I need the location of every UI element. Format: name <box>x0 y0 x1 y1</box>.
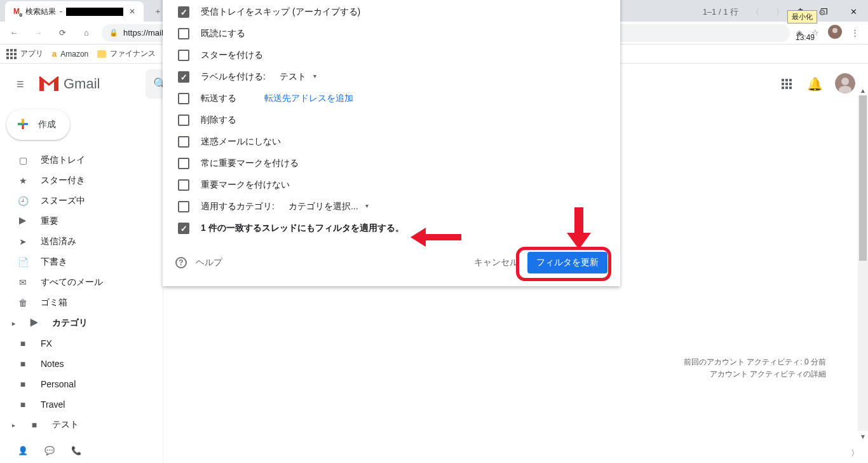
add-forward-address-link[interactable]: 転送先アドレスを追加 <box>264 93 353 104</box>
content-area: 1–1 / 1 行 〈 〉 あ ▾ ⚙ 13:49 前回のアカウント アクティビ… <box>163 0 834 463</box>
help-label[interactable]: ヘルプ <box>196 257 222 268</box>
main-menu-button[interactable]: ☰ <box>5 69 36 99</box>
filter-option-mark-read[interactable]: 既読にする <box>175 23 607 45</box>
reload-button[interactable]: ⟳ <box>53 24 71 42</box>
sidebar-label-travel[interactable]: ■Travel <box>0 394 163 415</box>
back-button[interactable]: ← <box>5 24 23 42</box>
label-icon: ■ <box>17 359 29 369</box>
all-mail-icon: ✉ <box>17 277 29 287</box>
sidebar-label-test[interactable]: ▸■テスト <box>0 415 163 435</box>
activity-line2[interactable]: アカウント アクティビティの詳細 <box>684 368 826 380</box>
sidebar-item-inbox[interactable]: ▢受信トレイ <box>0 150 163 170</box>
checkbox-icon[interactable] <box>178 179 189 191</box>
sidebar-label-notes[interactable]: ■Notes <box>0 354 163 374</box>
filter-option-star[interactable]: スターを付ける <box>175 45 607 66</box>
forward-button[interactable]: → <box>29 24 47 42</box>
checkbox-icon[interactable] <box>178 93 189 104</box>
filter-option-skip-inbox[interactable]: 受信トレイをスキップ (アーカイブする) <box>175 1 607 23</box>
scroll-up-icon[interactable]: ▲ <box>858 85 868 95</box>
inbox-icon: ▢ <box>17 155 29 165</box>
sidebar-item-starred[interactable]: ★スター付き <box>0 170 163 191</box>
close-window-button[interactable]: ✕ <box>839 1 868 22</box>
compose-label: 作成 <box>38 119 56 130</box>
sidebar-item-important[interactable]: ⯈重要 <box>0 211 163 232</box>
checkbox-icon[interactable] <box>178 158 189 169</box>
checkbox-checked-icon[interactable] <box>178 223 189 234</box>
compose-plus-icon <box>15 116 31 134</box>
filter-option-categorize[interactable]: 適用するカテゴリ:カテゴリを選択... <box>175 196 607 218</box>
hangouts-call-icon[interactable]: 📞 <box>70 446 83 455</box>
hangouts-chat-icon[interactable]: 💬 <box>43 446 56 455</box>
filter-option-apply-label[interactable]: ラベルを付ける:テスト <box>175 66 607 88</box>
clock-icon: 🕘 <box>17 196 29 206</box>
annotation-arrow-down <box>569 207 588 249</box>
main-layout: 作成 ▢受信トレイ ★スター付き 🕘スヌーズ中 ⯈重要 ➤送信済み 📄下書き ✉… <box>0 104 868 463</box>
svg-point-4 <box>839 86 851 93</box>
sidebar-item-categories[interactable]: ▸⯈カテゴリ <box>0 313 163 333</box>
checkbox-icon[interactable] <box>178 50 189 61</box>
sidebar-item-drafts[interactable]: 📄下書き <box>0 252 163 272</box>
bookmark-folder-finance[interactable]: ファイナンス <box>97 48 156 59</box>
sidepanel-collapse-icon[interactable]: 〉 <box>851 448 859 459</box>
amazon-icon: a <box>52 49 57 59</box>
scroll-down-icon[interactable]: ▼ <box>858 431 868 441</box>
label-icon: ■ <box>17 379 29 389</box>
category-icon: ⯈ <box>28 318 41 328</box>
apps-label: アプリ <box>20 48 43 59</box>
checkbox-icon[interactable] <box>178 201 189 212</box>
pager-count: 1–1 / 1 行 <box>703 6 738 18</box>
scrollbar[interactable]: ▲ ▼ <box>858 95 868 431</box>
filter-option-forward[interactable]: 転送する 転送先アドレスを追加 <box>175 88 607 109</box>
gmail-logo[interactable]: Gmail <box>38 76 100 92</box>
label-icon: ■ <box>17 338 29 349</box>
label-select-dropdown[interactable]: テスト <box>280 71 316 83</box>
checkbox-checked-icon[interactable] <box>178 6 189 18</box>
apps-shortcut[interactable]: アプリ <box>6 48 43 59</box>
help-icon[interactable]: ? <box>175 257 187 268</box>
annotation-highlight-ring <box>516 247 611 281</box>
left-sidebar: 作成 ▢受信トレイ ★スター付き 🕘スヌーズ中 ⯈重要 ➤送信済み 📄下書き ✉… <box>0 104 163 463</box>
filter-option-never-spam[interactable]: 迷惑メールにしない <box>175 131 607 153</box>
checkbox-icon[interactable] <box>178 136 189 148</box>
pager-prev-icon[interactable]: 〈 <box>747 6 763 18</box>
tab-title-prefix: 検索結果 <box>25 6 56 17</box>
important-icon: ⯈ <box>17 216 29 226</box>
account-avatar[interactable] <box>835 73 855 95</box>
apps-grid-icon <box>6 49 17 59</box>
category-select-dropdown[interactable]: カテゴリを選択... <box>288 201 369 212</box>
pager-next-icon[interactable]: 〉 <box>772 6 788 18</box>
checkbox-checked-icon[interactable] <box>178 71 189 83</box>
gmail-favicon: M <box>11 6 22 17</box>
home-button[interactable]: ⌂ <box>78 24 95 42</box>
hangouts-contacts-icon[interactable]: 👤 <box>17 446 29 455</box>
caret-right-icon: ▸ <box>10 422 17 429</box>
tab-close-icon[interactable]: ✕ <box>127 6 137 17</box>
settings-gear-icon[interactable]: ⚙ <box>818 8 826 17</box>
trash-icon: 🗑 <box>17 298 29 308</box>
filter-option-never-important[interactable]: 重要マークを付けない <box>175 174 607 196</box>
lock-icon: 🔒 <box>109 29 118 37</box>
compose-button[interactable]: 作成 <box>6 109 70 140</box>
browser-tab-active[interactable]: M 検索結果 - ✕ <box>5 1 144 22</box>
gmail-m-icon <box>38 76 60 92</box>
browser-menu-icon[interactable]: ⋮ <box>851 28 859 38</box>
filter-option-delete[interactable]: 削除する <box>175 109 607 131</box>
sidebar-item-all-mail[interactable]: ✉すべてのメール <box>0 272 163 293</box>
sidebar-item-sent[interactable]: ➤送信済み <box>0 232 163 252</box>
caret-right-icon: ▸ <box>10 320 17 327</box>
checkbox-icon[interactable] <box>178 28 189 39</box>
sidebar-label-personal[interactable]: ■Personal <box>0 374 163 394</box>
checkbox-icon[interactable] <box>178 114 189 126</box>
sidebar-item-trash[interactable]: 🗑ゴミ箱 <box>0 293 163 313</box>
svg-point-3 <box>841 78 849 85</box>
bookmark-amazon[interactable]: aAmazon <box>52 49 88 59</box>
filter-option-also-apply[interactable]: 1 件の一致するスレッドにもフィルタを適用する。 <box>175 218 607 239</box>
star-icon: ★ <box>17 176 29 186</box>
label-icon: ■ <box>17 399 29 410</box>
sent-icon: ➤ <box>17 237 29 247</box>
scroll-thumb[interactable] <box>859 95 867 261</box>
cancel-button[interactable]: キャンセル <box>474 257 519 268</box>
sidebar-label-fx[interactable]: ■FX <box>0 333 163 354</box>
sidebar-item-snoozed[interactable]: 🕘スヌーズ中 <box>0 191 163 211</box>
filter-option-always-important[interactable]: 常に重要マークを付ける <box>175 153 607 174</box>
